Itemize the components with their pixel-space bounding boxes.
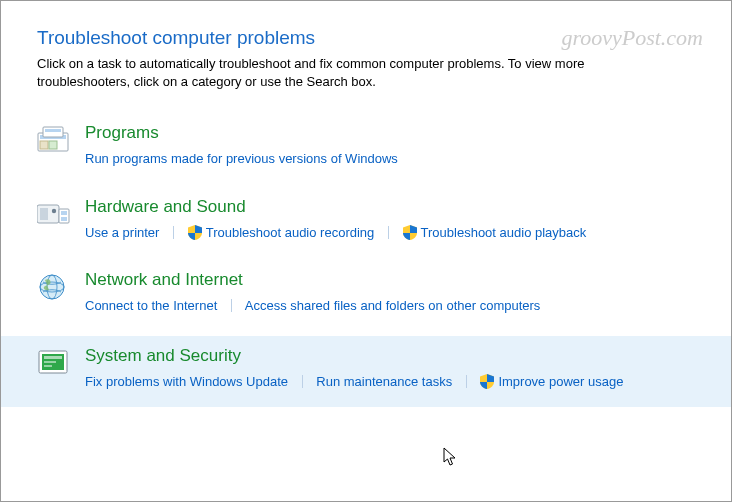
network-internet-icon — [37, 272, 71, 302]
shield-icon — [188, 224, 202, 239]
svg-point-8 — [52, 209, 56, 213]
programs-icon — [37, 125, 71, 155]
link-connect-internet[interactable]: Connect to the Internet — [85, 298, 217, 313]
cursor-icon — [443, 447, 459, 467]
category-hardware-sound: Hardware and Sound Use a printer Trouble… — [37, 189, 701, 256]
svg-rect-10 — [61, 211, 67, 215]
category-programs: Programs Run programs made for previous … — [37, 115, 701, 182]
system-security-icon — [37, 348, 71, 378]
separator — [388, 226, 389, 239]
svg-rect-7 — [40, 208, 48, 220]
link-run-maintenance-tasks[interactable]: Run maintenance tasks — [316, 374, 452, 389]
svg-rect-18 — [44, 361, 56, 363]
separator — [231, 299, 232, 312]
category-network-internet: Network and Internet Connect to the Inte… — [37, 262, 701, 329]
page-description: Click on a task to automatically trouble… — [37, 55, 677, 91]
svg-rect-5 — [45, 129, 61, 132]
link-troubleshoot-audio-recording[interactable]: Troubleshoot audio recording — [206, 225, 375, 240]
category-system-security: System and Security Fix problems with Wi… — [1, 336, 731, 407]
category-title-programs[interactable]: Programs — [85, 123, 159, 143]
category-title-system-security[interactable]: System and Security — [85, 346, 241, 366]
link-improve-power-usage[interactable]: Improve power usage — [498, 374, 623, 389]
link-troubleshoot-audio-playback[interactable]: Troubleshoot audio playback — [421, 225, 587, 240]
separator — [466, 375, 467, 388]
svg-rect-11 — [61, 217, 67, 221]
svg-rect-3 — [49, 141, 57, 149]
page-title: Troubleshoot computer problems — [37, 27, 701, 49]
link-access-shared-files[interactable]: Access shared files and folders on other… — [245, 298, 541, 313]
shield-icon — [480, 373, 494, 388]
link-use-printer[interactable]: Use a printer — [85, 225, 159, 240]
svg-point-12 — [40, 275, 64, 299]
hardware-sound-icon — [37, 199, 71, 229]
svg-rect-2 — [40, 141, 48, 149]
separator — [173, 226, 174, 239]
separator — [302, 375, 303, 388]
category-title-hardware-sound[interactable]: Hardware and Sound — [85, 197, 246, 217]
content-area: Troubleshoot computer problems Click on … — [1, 1, 731, 433]
link-fix-windows-update[interactable]: Fix problems with Windows Update — [85, 374, 288, 389]
troubleshoot-window: groovyPost.com Troubleshoot computer pro… — [0, 0, 732, 502]
svg-rect-17 — [44, 356, 62, 359]
shield-icon — [403, 224, 417, 239]
category-title-network-internet[interactable]: Network and Internet — [85, 270, 243, 290]
link-run-programs-previous-windows[interactable]: Run programs made for previous versions … — [85, 151, 398, 166]
svg-rect-19 — [44, 365, 52, 367]
